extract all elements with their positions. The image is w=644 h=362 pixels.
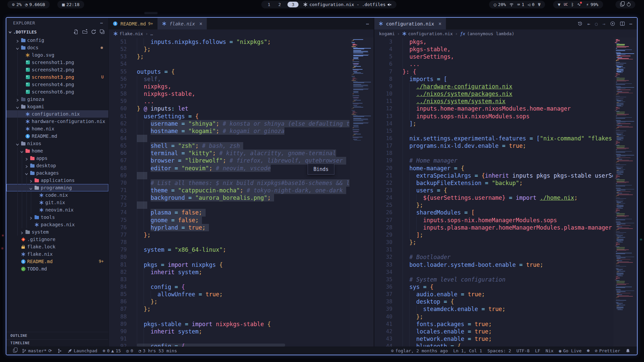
microphone[interactable]: Ψ bbox=[538, 2, 541, 7]
bluetooth[interactable]: ᛒ bbox=[571, 2, 574, 7]
chevron-right-icon[interactable] bbox=[24, 156, 29, 161]
code-editor-flake-nix[interactable]: 51 inputs.nixpkgs.follows = "nixpkgs";52… bbox=[109, 38, 374, 347]
timeline-icon[interactable] bbox=[578, 21, 583, 26]
tab-readme-md[interactable]: iREADME.md9+ bbox=[109, 18, 158, 29]
system-stats-pill[interactable]: ⊙2%◔9.66GB bbox=[7, 1, 50, 8]
breadcrumb-left[interactable]: flake.nix›… bbox=[109, 29, 374, 38]
workspace-1[interactable]: 1 bbox=[266, 2, 272, 7]
chevron-down-icon[interactable] bbox=[8, 29, 12, 35]
tree-item-configuration-nix[interactable]: configuration.nix bbox=[6, 110, 108, 118]
tree-item-tools[interactable]: tools bbox=[6, 214, 108, 221]
status-prettier[interactable]: ⊘Prettier bbox=[592, 348, 623, 353]
tree-item-screenshot6-png[interactable]: screenshot6.png bbox=[6, 88, 108, 96]
chevron-right-icon[interactable] bbox=[29, 178, 34, 183]
breadcrumb-segment[interactable]: … bbox=[150, 31, 153, 36]
volume[interactable]: ◁0 bbox=[528, 2, 535, 7]
status-indentation[interactable]: Spaces: 2 bbox=[485, 348, 514, 353]
tree-item-screenshot3-png[interactable]: screenshot3.pngU bbox=[6, 73, 108, 81]
close-icon[interactable]: × bbox=[199, 21, 202, 27]
tray-notify[interactable]: ∿ bbox=[577, 2, 583, 7]
cpu-usage[interactable]: ⊙2% bbox=[12, 2, 21, 7]
session-pill[interactable] bbox=[615, 1, 635, 8]
status-time-tracker[interactable]: ◔3 hrs 53 mins bbox=[136, 348, 180, 353]
tree-item-screenshot4-png[interactable]: screenshot4.png bbox=[6, 81, 108, 88]
outline-section[interactable]: OUTLINE bbox=[6, 332, 108, 339]
minimap[interactable] bbox=[613, 38, 637, 347]
new-file-icon[interactable] bbox=[73, 29, 79, 35]
run-icon[interactable] bbox=[610, 21, 615, 26]
tree-item-logo-svg[interactable]: logo.svg bbox=[6, 51, 108, 59]
status-remote-window[interactable] bbox=[10, 349, 19, 353]
explorer-more-actions-icon[interactable]: ⋯ bbox=[100, 20, 103, 25]
breadcrumb-segment[interactable]: configuration.nix bbox=[402, 31, 453, 36]
chevron-down-icon[interactable] bbox=[15, 141, 20, 146]
workspace-root-row[interactable]: .DOTFILES bbox=[6, 28, 108, 36]
more-actions-icon[interactable]: ⋯ bbox=[366, 21, 369, 26]
clock[interactable]: ▦22:18 bbox=[62, 2, 79, 7]
tree-item-flake-nix[interactable]: flake.nix bbox=[6, 250, 108, 258]
status-eol[interactable]: LF bbox=[532, 348, 543, 353]
tray-battery-pill[interactable]: ▼UCᛒ∿⚡99% bbox=[553, 1, 603, 8]
tree-item-hardware-configuration-nix[interactable]: hardware-configuration.nix bbox=[6, 118, 108, 125]
tree-item-readme-md[interactable]: iREADME.md9+ bbox=[6, 258, 108, 265]
collapse-all-icon[interactable] bbox=[100, 29, 105, 35]
chevron-down-icon[interactable] bbox=[15, 45, 20, 50]
keyboard-layout[interactable]: ⌨1 bbox=[517, 2, 524, 7]
chevron-right-icon[interactable] bbox=[19, 230, 24, 235]
chevron-right-icon[interactable] bbox=[24, 163, 29, 168]
chevron-right-icon[interactable] bbox=[15, 38, 20, 43]
more-actions-icon[interactable]: ⋯ bbox=[630, 21, 632, 26]
tree-item-home-nix[interactable]: home.nix bbox=[6, 125, 108, 132]
tree-item-programming[interactable]: programming bbox=[6, 184, 108, 191]
status-git-graph[interactable] bbox=[55, 349, 65, 353]
status-go-live[interactable]: ◉Go Live bbox=[556, 348, 584, 353]
breadcrumb-segment[interactable]: flake.nix bbox=[113, 31, 143, 36]
tab-flake-nix[interactable]: flake.nix× bbox=[158, 18, 207, 29]
tree-item-packages[interactable]: packages bbox=[6, 169, 108, 177]
tree-item-desktop[interactable]: desktop bbox=[6, 162, 108, 169]
tree-item-kogami[interactable]: kogami bbox=[6, 103, 108, 110]
horizontal-scrollbar[interactable] bbox=[137, 344, 285, 347]
tree-item-todo-md[interactable]: ✓TODO.md bbox=[6, 265, 108, 273]
vpn[interactable]: ▼ bbox=[558, 2, 560, 7]
wifi[interactable] bbox=[509, 2, 514, 7]
nav-forward-icon[interactable]: → bbox=[602, 21, 605, 26]
status-problems[interactable]: ⊗0▲15 bbox=[100, 348, 123, 353]
status-ports[interactable]: ◎0 bbox=[123, 348, 136, 353]
network-audio-pill[interactable]: ○20%⌨1◁0Ψ bbox=[489, 1, 545, 8]
tree-item-system[interactable]: system bbox=[6, 228, 108, 236]
tree-item-neovim-nix[interactable]: neovim.nix bbox=[6, 206, 108, 214]
status-encoding[interactable]: UTF-8 bbox=[514, 348, 532, 353]
clipboard[interactable] bbox=[620, 3, 624, 6]
status-git-branch[interactable]: master*⟳ bbox=[19, 348, 55, 353]
power[interactable] bbox=[627, 3, 631, 6]
chevron-down-icon[interactable] bbox=[29, 185, 34, 190]
battery[interactable]: ⚡99% bbox=[586, 2, 598, 7]
tree-item-screenshot1-png[interactable]: screenshot1.png bbox=[6, 59, 108, 66]
tree-item-nixos[interactable]: nixos bbox=[6, 140, 108, 147]
split-editor-icon[interactable] bbox=[620, 21, 625, 26]
tree-item-config[interactable]: config bbox=[6, 37, 108, 44]
breadcrumb-right[interactable]: kogami›configuration.nix›ƒx(anonymous la… bbox=[374, 29, 637, 38]
tree-item-applications[interactable]: applications bbox=[6, 177, 108, 184]
workspace-title-pill[interactable]: 123configuration.nix - .dotfiles bbox=[261, 1, 396, 8]
tree-item--gitignore[interactable]: .gitignore bbox=[6, 236, 108, 243]
tree-item-readme-md[interactable]: iREADME.md bbox=[6, 132, 108, 140]
refresh-icon[interactable] bbox=[91, 29, 96, 35]
status-language-mode[interactable]: Nix bbox=[543, 348, 556, 353]
tree-item-packages-nix[interactable]: packages.nix bbox=[6, 221, 108, 228]
breadcrumb-segment[interactable]: ƒx(anonymous lambda) bbox=[460, 31, 515, 36]
breadcrumb-segment[interactable]: kogami bbox=[379, 31, 395, 36]
clock-pill[interactable]: ▦22:18 bbox=[57, 1, 84, 8]
memory-usage[interactable]: ◔9.66GB bbox=[25, 2, 45, 7]
nav-back-icon[interactable]: ← bbox=[587, 21, 590, 26]
chevron-down-icon[interactable] bbox=[19, 148, 24, 154]
status-git-blame[interactable]: ⊙foglar, 2 months ago bbox=[388, 348, 450, 353]
status-launchpad[interactable]: Launchpad bbox=[65, 348, 100, 353]
tab-configuration-nix[interactable]: configuration.nix× bbox=[374, 18, 446, 29]
tree-item-git-nix[interactable]: git.nix bbox=[6, 199, 108, 206]
timeline-section[interactable]: TIMELINE bbox=[6, 339, 108, 347]
tree-item-ginoza[interactable]: ginoza bbox=[6, 96, 108, 103]
brightness[interactable]: ○20% bbox=[494, 2, 506, 7]
chevron-right-icon[interactable] bbox=[29, 215, 34, 220]
